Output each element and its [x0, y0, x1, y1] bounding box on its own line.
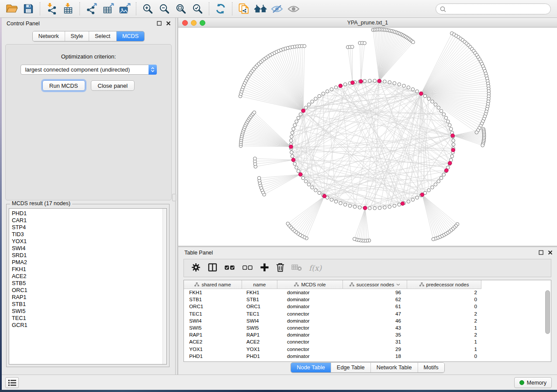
zoom-out-icon[interactable]: [156, 1, 173, 16]
network-window-titlebar: YPA_prune.txt_1: [178, 18, 557, 28]
table-row[interactable]: STB1STB1dominator620: [184, 296, 551, 303]
table-row[interactable]: ORC1ORC1dominator610: [184, 303, 551, 310]
column-header-successor-nodes[interactable]: successor nodes: [343, 280, 407, 289]
memory-button[interactable]: Memory: [514, 377, 552, 388]
column-header-name[interactable]: name: [242, 280, 277, 289]
cell-predecessor-nodes: 2: [407, 317, 481, 324]
mcds-list-scrollbar[interactable]: [163, 209, 166, 364]
table-row[interactable]: PHD1PHD1dominator180: [184, 353, 551, 360]
mcds-result-item[interactable]: STP4: [9, 224, 166, 231]
mcds-result-item[interactable]: PMA2: [9, 259, 166, 266]
optimization-select[interactable]: largest connected component (undirected): [21, 65, 157, 75]
run-mcds-button[interactable]: Run MCDS: [42, 80, 85, 91]
mcds-result-item[interactable]: GCR1: [9, 322, 166, 329]
import-network-icon[interactable]: [43, 1, 60, 16]
table-row[interactable]: TEC1TEC1connector472: [184, 310, 551, 317]
settings-gear-icon[interactable]: [191, 262, 201, 274]
column-label: predecessor nodes: [426, 282, 469, 287]
cell-predecessor-nodes: 0: [407, 296, 481, 303]
table-panel: Table Panel f(x) shared namenameMCDS rol…: [178, 247, 557, 375]
task-history-button[interactable]: [5, 377, 19, 388]
table-row[interactable]: FKH1FKH1dominator962: [184, 289, 551, 296]
select-all-columns-icon[interactable]: [224, 262, 235, 274]
cell-mcds-role: dominator: [277, 353, 343, 360]
cell-shared-name: ORC1: [184, 303, 242, 310]
add-column-icon[interactable]: [260, 263, 269, 274]
zoom-selected-icon[interactable]: [189, 1, 206, 16]
mcds-result-item[interactable]: RAP1: [9, 294, 166, 301]
mcds-result-list[interactable]: PHD1CAR1STP4TID3YOX1SWI4SRD1PMA2FKH1ACE2…: [9, 208, 167, 364]
delete-columns-icon[interactable]: [276, 262, 285, 274]
mcds-result-item[interactable]: CAR1: [9, 217, 166, 224]
close-panel-icon[interactable]: [166, 21, 171, 26]
tab-mcds[interactable]: MCDS: [116, 31, 145, 41]
control-panel-tab-bar: NetworkStyleSelectMCDS: [2, 31, 175, 41]
float-panel-icon[interactable]: [157, 21, 162, 26]
select-stepper-icon[interactable]: [149, 65, 157, 75]
close-panel-icon[interactable]: [548, 250, 553, 255]
mcds-result-item[interactable]: SWI4: [9, 245, 166, 252]
cell-predecessor-nodes: 0: [407, 303, 481, 310]
tab-style[interactable]: Style: [65, 31, 89, 41]
tab-edge-table[interactable]: Edge Table: [331, 363, 370, 372]
mcds-result-item[interactable]: ACE2: [9, 273, 166, 280]
table-row[interactable]: SWI5SWI5connector431: [184, 324, 551, 331]
cell-successor-nodes: 61: [343, 303, 407, 310]
float-panel-icon[interactable]: [539, 250, 543, 255]
column-header-predecessor-nodes[interactable]: predecessor nodes: [407, 280, 481, 289]
column-header-mcds-role[interactable]: MCDS role: [277, 280, 343, 289]
cell-shared-name: TEC1: [184, 310, 242, 317]
cell-name: SWI4: [242, 317, 277, 324]
export-table-icon[interactable]: [100, 1, 116, 16]
cell-shared-name: STB1: [184, 296, 242, 303]
table-row[interactable]: YOX1YOX1connector291: [184, 346, 551, 353]
table-row[interactable]: SWI4SWI4dominator462: [184, 317, 551, 324]
duplicate-network-icon[interactable]: [235, 1, 252, 16]
save-session-icon[interactable]: [20, 1, 37, 16]
mcds-result-item[interactable]: SWI5: [9, 308, 166, 315]
cell-mcds-role: connector: [277, 310, 343, 317]
mcds-result-item[interactable]: STB1: [9, 301, 166, 308]
tab-node-table[interactable]: Node Table: [291, 363, 331, 372]
zoom-fit-icon[interactable]: [173, 1, 189, 16]
export-image-icon[interactable]: [116, 1, 133, 16]
sort-indicator-icon[interactable]: [396, 283, 400, 286]
toolbar-separator: [40, 2, 40, 15]
import-table-icon[interactable]: [60, 1, 76, 16]
export-network-icon[interactable]: [83, 1, 100, 16]
column-label: successor nodes: [356, 282, 394, 287]
table-scrollbar[interactable]: [545, 290, 550, 334]
vertical-splitter-handle[interactable]: [172, 194, 176, 201]
search-field[interactable]: [436, 3, 551, 14]
mcds-result-item[interactable]: YOX1: [9, 238, 166, 245]
table-row[interactable]: RAP1RAP1dominator352: [184, 331, 551, 338]
column-header-shared-name[interactable]: shared name: [184, 280, 242, 289]
search-input[interactable]: [448, 4, 547, 14]
deselect-all-columns-icon[interactable]: [242, 262, 253, 274]
first-neighbors-icon[interactable]: [252, 1, 269, 16]
tab-network-table[interactable]: Network Table: [370, 363, 418, 372]
tab-network[interactable]: Network: [33, 31, 65, 41]
show-all-icon[interactable]: [285, 1, 302, 16]
zoom-in-icon[interactable]: [139, 1, 156, 16]
mcds-result-item[interactable]: ORC1: [9, 287, 166, 294]
tab-motifs[interactable]: Motifs: [418, 363, 444, 372]
mcds-result-item[interactable]: PHD1: [9, 210, 166, 217]
apply-function-icon: f(x): [309, 264, 322, 272]
mcds-result-item[interactable]: FKH1: [9, 266, 166, 273]
mcds-result-item[interactable]: TEC1: [9, 315, 166, 322]
open-file-icon[interactable]: [3, 1, 20, 16]
mcds-result-item[interactable]: TID3: [9, 231, 166, 238]
split-panel-icon[interactable]: [208, 262, 218, 274]
cell-successor-nodes: 47: [343, 310, 407, 317]
mcds-result-item[interactable]: SRD1: [9, 252, 166, 259]
table-row[interactable]: ACE2ACE2connector311: [184, 338, 551, 345]
tab-select[interactable]: Select: [89, 31, 116, 41]
mcds-result-item[interactable]: STB5: [9, 280, 166, 287]
network-canvas[interactable]: [178, 28, 557, 246]
hide-selected-icon[interactable]: [269, 1, 285, 16]
close-panel-button[interactable]: Close panel: [91, 80, 135, 91]
delete-table-icon: [291, 263, 302, 273]
refresh-view-icon[interactable]: [212, 1, 229, 16]
toolbar-separator: [80, 2, 80, 15]
